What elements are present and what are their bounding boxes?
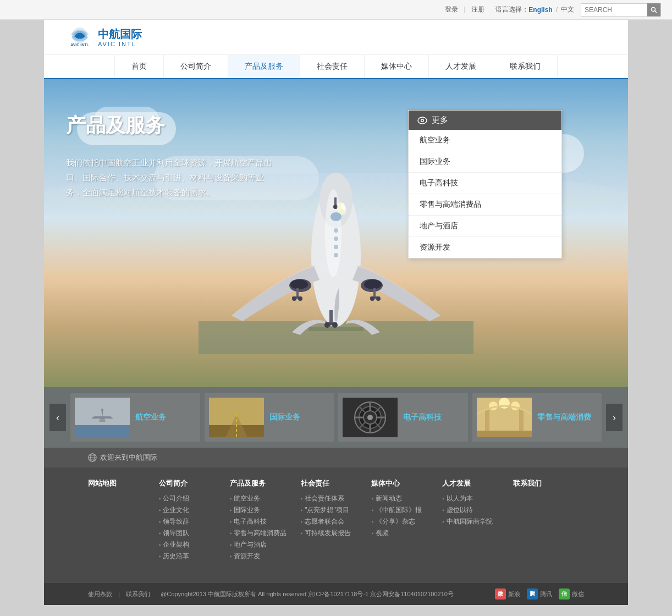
dropdown-item-electronics[interactable]: 电子高科技 bbox=[409, 173, 561, 194]
footer-link-item[interactable]: 电子高科技 bbox=[230, 517, 301, 526]
footer-link[interactable]: 《中航国际》报 bbox=[376, 505, 422, 515]
footer-link[interactable]: 社会责任体系 bbox=[305, 494, 344, 503]
footer-link-item[interactable]: 《分享》杂志 bbox=[371, 517, 442, 526]
svg-point-12 bbox=[364, 279, 382, 289]
footer-sep: ｜ bbox=[116, 591, 122, 597]
footer-link[interactable]: 国际业务 bbox=[234, 505, 260, 515]
footer-link-item[interactable]: 可持续发展报告 bbox=[301, 529, 372, 538]
footer-link-item[interactable]: 企业文化 bbox=[159, 505, 230, 515]
footer-link-item[interactable]: 新闻动态 bbox=[371, 494, 442, 503]
footer-link-item[interactable]: "点亮梦想"项目 bbox=[301, 505, 372, 515]
footer-csr-links: 社会责任体系 "点亮梦想"项目 志愿者联合会 可持续发展报告 bbox=[301, 494, 372, 538]
svg-point-17 bbox=[334, 253, 338, 257]
footer-link[interactable]: 以人为本 bbox=[447, 494, 473, 503]
logo-sub: AVIC INTL bbox=[98, 41, 142, 47]
nav-about[interactable]: 公司简介 bbox=[164, 55, 228, 78]
footer-link-item[interactable]: 公司介绍 bbox=[159, 494, 230, 503]
footer-welcome-bar: 欢迎来到中航国际 bbox=[44, 448, 628, 468]
svg-point-46 bbox=[367, 415, 373, 420]
nav-products[interactable]: 产品及服务 bbox=[228, 55, 300, 78]
footer-link-item[interactable]: 国际业务 bbox=[230, 505, 301, 515]
lang-chinese-link[interactable]: 中文 bbox=[561, 5, 574, 14]
nav-hr[interactable]: 人才发展 bbox=[429, 55, 493, 78]
footer-copyright: @Copyright2013 中航国际版权所有 All rights reser… bbox=[161, 591, 454, 597]
footer-contact-link[interactable]: 联系我们 bbox=[126, 591, 150, 597]
lang-label: 语言选择： bbox=[495, 5, 528, 14]
footer-link-item[interactable]: 视频 bbox=[371, 529, 442, 538]
footer-col-company: 公司简介 公司介绍 企业文化 领导致辞 领导团队 企业架构 历史沿革 bbox=[159, 479, 230, 563]
carousel-thumb-aviation bbox=[75, 398, 130, 437]
footer-link[interactable]: 资源开发 bbox=[234, 552, 260, 561]
weixin-label: 微信 bbox=[572, 590, 584, 598]
footer-link[interactable]: 中航国际商学院 bbox=[447, 517, 493, 526]
svg-line-1 bbox=[655, 10, 657, 13]
footer-link[interactable]: 企业文化 bbox=[163, 505, 189, 515]
footer-link-item[interactable]: 志愿者联合会 bbox=[301, 517, 372, 526]
footer-link-item[interactable]: 资源开发 bbox=[230, 552, 301, 561]
nav-contact[interactable]: 联系我们 bbox=[493, 55, 558, 78]
dropdown-item-aviation[interactable]: 航空业务 bbox=[409, 130, 561, 151]
footer-link[interactable]: 可持续发展报告 bbox=[305, 529, 351, 538]
footer-link[interactable]: 电子高科技 bbox=[234, 517, 267, 526]
search-input[interactable] bbox=[581, 6, 647, 14]
footer-link[interactable]: 虚位以待 bbox=[447, 505, 473, 515]
footer-link-item[interactable]: 地产与酒店 bbox=[230, 540, 301, 549]
footer-col-csr: 社会责任 社会责任体系 "点亮梦想"项目 志愿者联合会 可持续发展报告 bbox=[301, 479, 372, 563]
footer-link[interactable]: 新闻动态 bbox=[376, 494, 402, 503]
social-weixin[interactable]: 信 微信 bbox=[559, 588, 584, 600]
lang-sep: / bbox=[556, 6, 558, 14]
dropdown-item-intl[interactable]: 国际业务 bbox=[409, 151, 561, 173]
footer-link[interactable]: 地产与酒店 bbox=[234, 540, 267, 549]
carousel-thumb-intl bbox=[209, 398, 264, 437]
dropdown-item-retail[interactable]: 零售与高端消费品 bbox=[409, 194, 561, 216]
footer-link[interactable]: 企业架构 bbox=[163, 540, 189, 549]
footer-link-item[interactable]: 历史沿革 bbox=[159, 552, 230, 561]
footer-link[interactable]: 视频 bbox=[376, 529, 389, 538]
dropdown-item-property[interactable]: 地产与酒店 bbox=[409, 216, 561, 237]
footer-link[interactable]: 《分享》杂志 bbox=[376, 517, 415, 526]
footer-link-item[interactable]: 航空业务 bbox=[230, 494, 301, 503]
footer-welcome-text: 欢迎来到中航国际 bbox=[100, 453, 157, 463]
dropdown-item-resources[interactable]: 资源开发 bbox=[409, 237, 561, 258]
social-weibo[interactable]: 微 新浪 bbox=[495, 588, 520, 600]
sitemap-grid: 网站地图 公司简介 公司介绍 企业文化 领导致辞 领导团队 企业架构 历史沿革 bbox=[88, 479, 584, 563]
footer-link-item[interactable]: 社会责任体系 bbox=[301, 494, 372, 503]
footer-link[interactable]: 历史沿革 bbox=[163, 552, 189, 561]
footer-link-item[interactable]: 《中航国际》报 bbox=[371, 505, 442, 515]
carousel-item-aviation[interactable]: 航空业务 bbox=[70, 393, 200, 442]
dropdown-header: 更多 bbox=[409, 111, 561, 130]
footer-link-item[interactable]: 以人为本 bbox=[442, 494, 513, 503]
login-link[interactable]: 登录 bbox=[445, 5, 458, 14]
footer-link[interactable]: "点亮梦想"项目 bbox=[305, 505, 349, 515]
search-button[interactable] bbox=[647, 3, 660, 16]
footer-link-item[interactable]: 虚位以待 bbox=[442, 505, 513, 515]
footer-link-item[interactable]: 零售与高端消费品 bbox=[230, 529, 301, 538]
terms-link[interactable]: 使用条款 bbox=[88, 591, 112, 597]
footer-link[interactable]: 领导致辞 bbox=[163, 517, 189, 526]
footer-link[interactable]: 航空业务 bbox=[234, 494, 260, 503]
footer-link[interactable]: 零售与高端消费品 bbox=[234, 529, 287, 538]
register-link[interactable]: 注册 bbox=[471, 5, 484, 14]
carousel-prev[interactable]: ‹ bbox=[49, 404, 66, 431]
svg-point-36 bbox=[422, 119, 423, 121]
carousel-item-electronics[interactable]: 电子高科技 bbox=[338, 393, 468, 442]
footer-link-item[interactable]: 领导团队 bbox=[159, 529, 230, 538]
carousel-item-intl[interactable]: 国际业务 bbox=[205, 393, 334, 442]
nav-media[interactable]: 媒体中心 bbox=[365, 55, 429, 78]
footer-link[interactable]: 公司介绍 bbox=[163, 494, 189, 503]
footer-link[interactable]: 志愿者联合会 bbox=[305, 517, 344, 526]
social-tencent[interactable]: 腾 腾讯 bbox=[527, 588, 552, 600]
footer-link[interactable]: 领导团队 bbox=[163, 529, 189, 538]
carousel-item-retail[interactable]: 零售与高端消费 bbox=[472, 393, 602, 442]
lang-english-link[interactable]: English bbox=[528, 6, 552, 14]
footer-link-item[interactable]: 中航国际商学院 bbox=[442, 517, 513, 526]
svg-point-14 bbox=[334, 228, 338, 233]
nav-home[interactable]: 首页 bbox=[114, 55, 164, 78]
nav-csr[interactable]: 社会责任 bbox=[300, 55, 365, 78]
footer-link-item[interactable]: 领导致辞 bbox=[159, 517, 230, 526]
logo[interactable]: AVIC INTL 中航国际 AVIC INTL bbox=[66, 25, 142, 50]
footer-link-item[interactable]: 企业架构 bbox=[159, 540, 230, 549]
carousel-next[interactable]: › bbox=[606, 404, 623, 431]
svg-point-25 bbox=[298, 296, 302, 301]
carousel-label-retail: 零售与高端消费 bbox=[537, 413, 591, 422]
